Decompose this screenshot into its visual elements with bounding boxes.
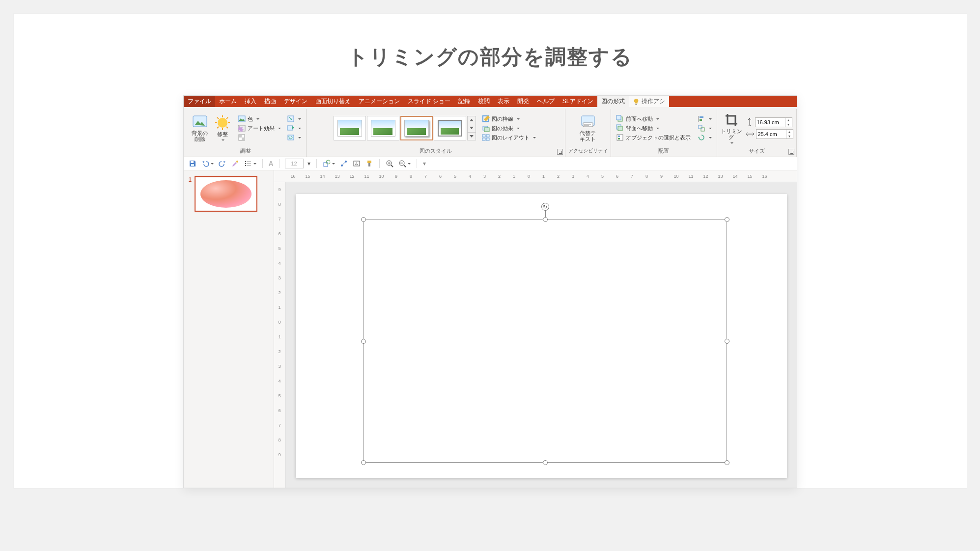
corrections-icon xyxy=(215,115,230,131)
svg-rect-41 xyxy=(701,128,704,131)
save-button[interactable] xyxy=(188,159,197,168)
group-button[interactable] xyxy=(696,124,714,133)
svg-line-61 xyxy=(391,165,393,167)
selection-pane-button[interactable]: オブジェクトの選択と表示 xyxy=(614,133,693,142)
tab-design[interactable]: デザイン xyxy=(280,96,311,107)
slide-workspace[interactable] xyxy=(286,182,797,488)
height-field[interactable] xyxy=(756,119,785,125)
width-up[interactable]: ▲ xyxy=(786,130,793,134)
tab-slideshow[interactable]: スライド ショー xyxy=(404,96,454,107)
tab-view[interactable]: 表示 xyxy=(494,96,513,107)
align-button[interactable] xyxy=(696,114,714,123)
svg-rect-0 xyxy=(635,104,637,105)
document-title: トリミングの部分を調整する xyxy=(14,28,967,95)
ink-button[interactable] xyxy=(230,159,240,168)
width-field[interactable] xyxy=(756,131,786,137)
crop-button[interactable]: トリミング xyxy=(720,111,743,145)
text-box-button[interactable]: A xyxy=(352,159,362,168)
tab-draw[interactable]: 描画 xyxy=(260,96,280,107)
shapes-button[interactable] xyxy=(322,159,336,168)
artistic-effects-icon xyxy=(238,124,246,132)
picture-effects-button[interactable]: 図の効果 xyxy=(480,124,538,133)
rotation-handle[interactable] xyxy=(541,203,549,211)
picture-styles-gallery[interactable] xyxy=(334,116,476,140)
handle-bottom-right[interactable] xyxy=(725,460,729,465)
font-color-button[interactable]: A xyxy=(268,159,275,168)
style-thumb-1[interactable] xyxy=(334,116,366,140)
width-input[interactable]: ▲▼ xyxy=(756,129,793,139)
connector-button[interactable] xyxy=(339,159,349,168)
slide-canvas[interactable] xyxy=(296,194,787,478)
style-thumb-3[interactable] xyxy=(400,116,433,140)
tab-record[interactable]: 記録 xyxy=(454,96,474,107)
zoom-out-button[interactable] xyxy=(397,159,412,168)
handle-left[interactable] xyxy=(361,339,366,344)
height-input[interactable]: ▲▼ xyxy=(755,117,792,127)
tab-file[interactable]: ファイル xyxy=(184,96,215,107)
svg-rect-33 xyxy=(618,126,622,131)
styles-launcher[interactable] xyxy=(557,149,563,155)
reset-picture-button[interactable] xyxy=(285,133,303,142)
redo-button[interactable] xyxy=(218,159,227,168)
picture-layout-button[interactable]: 図のレイアウト xyxy=(480,133,538,142)
font-size-dd[interactable]: ▾ xyxy=(307,159,311,168)
slide-thumb-1[interactable] xyxy=(195,176,257,212)
svg-point-47 xyxy=(245,165,246,166)
color-button[interactable]: 色 xyxy=(236,114,283,123)
picture-border-icon xyxy=(482,115,490,123)
handle-top-right[interactable] xyxy=(725,217,729,222)
svg-line-7 xyxy=(217,117,219,119)
tell-me-label: 操作アシ xyxy=(642,97,665,106)
handle-top[interactable] xyxy=(543,217,548,222)
corrections-button[interactable]: 修整 xyxy=(211,114,234,142)
svg-rect-21 xyxy=(484,128,489,132)
vertical-ruler[interactable]: 9876543210123456789 xyxy=(274,182,286,488)
font-size-box[interactable]: 12 xyxy=(285,159,304,168)
undo-button[interactable] xyxy=(200,159,215,168)
send-backward-button[interactable]: 背面へ移動 xyxy=(614,124,693,133)
picture-border-button[interactable]: 図の枠線 xyxy=(480,114,538,123)
format-painter-button[interactable] xyxy=(364,159,374,168)
alt-text-button[interactable]: 代替テキスト xyxy=(577,113,599,143)
size-launcher[interactable] xyxy=(788,149,794,155)
tab-insert[interactable]: 挿入 xyxy=(241,96,260,107)
height-up[interactable]: ▲ xyxy=(785,118,792,122)
slide-thumbnails-pane[interactable]: 1 xyxy=(184,170,274,488)
change-picture-button[interactable] xyxy=(285,124,303,133)
tab-animations[interactable]: アニメーション xyxy=(355,96,404,107)
transparency-button[interactable] xyxy=(236,133,283,142)
qat-customize[interactable]: ▾ xyxy=(422,159,427,168)
handle-bottom[interactable] xyxy=(543,460,548,465)
selected-image[interactable] xyxy=(364,220,727,463)
compress-pictures-button[interactable] xyxy=(285,114,303,123)
artistic-effects-button[interactable]: アート効果 xyxy=(236,124,283,133)
svg-rect-36 xyxy=(618,138,620,139)
handle-top-left[interactable] xyxy=(361,217,366,222)
style-thumb-2[interactable] xyxy=(367,116,399,140)
tab-transitions[interactable]: 画面切り替え xyxy=(311,96,355,107)
width-down[interactable]: ▼ xyxy=(786,134,793,138)
handle-right[interactable] xyxy=(725,339,729,344)
bullets-button[interactable] xyxy=(243,159,257,168)
tab-developer[interactable]: 開発 xyxy=(513,96,533,107)
style-thumb-4[interactable] xyxy=(434,116,466,140)
zoom-in-button[interactable] xyxy=(385,159,394,168)
width-icon xyxy=(746,130,755,138)
svg-rect-34 xyxy=(617,135,623,140)
tab-help[interactable]: ヘルプ xyxy=(533,96,559,107)
bring-forward-button[interactable]: 前面へ移動 xyxy=(614,114,693,123)
styles-gallery-more[interactable] xyxy=(467,116,476,140)
powerpoint-window: ファイル ホーム 挿入 描画 デザイン 画面切り替え アニメーション スライド … xyxy=(183,95,797,488)
remove-background-button[interactable]: 背景の削除 xyxy=(189,113,211,143)
tab-sl-addin[interactable]: SLアドイン xyxy=(559,96,597,107)
tab-picture-format[interactable]: 図の形式 xyxy=(597,96,629,107)
shapes-icon xyxy=(323,160,331,167)
tab-home[interactable]: ホーム xyxy=(215,96,241,107)
tell-me-search[interactable]: 操作アシ xyxy=(629,96,669,107)
handle-bottom-left[interactable] xyxy=(361,460,366,465)
selection-frame xyxy=(364,220,727,463)
horizontal-ruler[interactable]: 1615141312111098765432101234567891011121… xyxy=(274,170,797,182)
tab-review[interactable]: 校閲 xyxy=(474,96,494,107)
rotate-button[interactable] xyxy=(696,133,714,142)
height-down[interactable]: ▼ xyxy=(785,122,792,127)
